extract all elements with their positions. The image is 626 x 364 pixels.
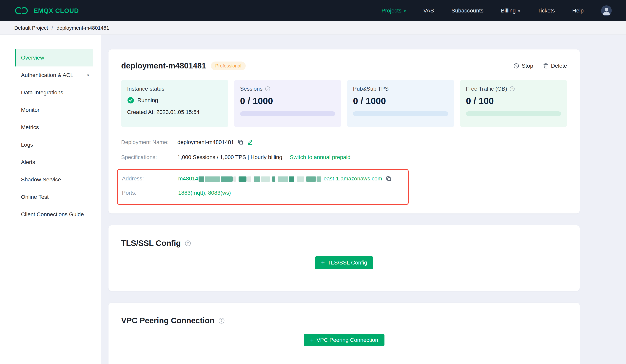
redacted-block (234, 177, 236, 182)
trash-icon (543, 63, 548, 69)
sidebar-item-overview[interactable]: Overview (15, 49, 93, 67)
pubsub-tps-box: Pub&Sub TPS 0 / 1000 (347, 80, 454, 127)
tps-progressbar (353, 111, 448, 116)
plus-icon: + (310, 337, 314, 343)
sidebar-item-client-connections-guide[interactable]: Client Connections Guide (15, 206, 93, 223)
brand-name: EMQX CLOUD (34, 7, 79, 14)
help-icon[interactable]: ? (265, 86, 271, 92)
help-icon[interactable]: ? (509, 86, 515, 92)
sidebar-item-shadow-service[interactable]: Shadow Service (15, 171, 93, 188)
nav-help-label: Help (572, 7, 584, 14)
sidebar: Overview Authentication & ACL ▾ Data Int… (0, 35, 101, 364)
switch-annual-prepaid-link[interactable]: Switch to annual prepaid (290, 154, 351, 160)
delete-button[interactable]: Delete (543, 63, 567, 69)
nav-menu: Projects ▾ VAS Subaccounts Billing ▾ Tic… (382, 5, 612, 16)
sidebar-item-label: Data Integrations (21, 89, 63, 96)
ports-value: 1883(mqtt), 8083(ws) (178, 190, 231, 196)
traffic-label: Free Traffic (GB) (466, 86, 507, 92)
vpc-section-title: VPC Peering Connection (121, 316, 214, 325)
breadcrumb: Default Project / deployment-m4801481 (0, 21, 626, 35)
help-icon[interactable]: ? (185, 240, 191, 247)
tls-button-label: TLS/SSL Config (327, 259, 367, 266)
emqx-logo-icon (14, 6, 29, 15)
chevron-down-icon: ▾ (518, 9, 520, 13)
stop-icon (513, 63, 519, 69)
chevron-down-icon: ▾ (87, 73, 89, 77)
address-value: m48014-east-1.amazonaws.com (178, 176, 382, 182)
svg-text:?: ? (221, 319, 223, 323)
sidebar-item-label: Shadow Service (21, 177, 61, 183)
redacted-block (205, 177, 220, 182)
breadcrumb-separator: / (52, 25, 53, 31)
nav-item-help[interactable]: Help (572, 7, 584, 14)
sessions-box: Sessions ? 0 / 1000 (234, 80, 341, 127)
traffic-progressbar (466, 111, 561, 116)
redacted-block (289, 177, 294, 182)
ports-label: Ports: (122, 190, 178, 196)
nav-item-projects[interactable]: Projects ▾ (382, 7, 406, 14)
sidebar-item-alerts[interactable]: Alerts (15, 153, 93, 171)
stop-label: Stop (522, 63, 533, 69)
user-avatar[interactable] (601, 5, 612, 16)
breadcrumb-project[interactable]: Default Project (14, 25, 48, 31)
add-tls-ssl-config-button[interactable]: + TLS/SSL Config (315, 256, 373, 269)
nav-item-subaccounts[interactable]: Subaccounts (451, 7, 483, 14)
tps-label: Pub&Sub TPS (353, 86, 389, 92)
redacted-block (261, 177, 270, 182)
sidebar-item-label: Metrics (21, 124, 39, 131)
top-navbar: EMQX CLOUD Projects ▾ VAS Subaccounts Bi… (0, 0, 626, 21)
address-label: Address: (122, 176, 178, 182)
edit-icon[interactable] (247, 139, 253, 145)
tls-section-title: TLS/SSL Config (121, 239, 181, 248)
specifications-value: 1,000 Sessions / 1,000 TPS | Hourly bill… (177, 154, 282, 160)
traffic-value: 0 / 100 (466, 96, 561, 106)
redacted-block (297, 177, 304, 182)
redacted-block (198, 177, 204, 182)
plan-badge: Professional (211, 62, 246, 70)
redacted-block (254, 177, 260, 182)
sidebar-item-data-integrations[interactable]: Data Integrations (15, 84, 93, 101)
breadcrumb-current: deployment-m4801481 (57, 25, 109, 31)
sessions-progressbar (240, 111, 335, 116)
copy-icon[interactable] (237, 139, 243, 145)
sidebar-item-logs[interactable]: Logs (15, 136, 93, 153)
tps-value: 0 / 1000 (353, 96, 448, 106)
redacted-block (272, 177, 275, 182)
main-content: deployment-m4801481 Professional Stop (101, 35, 626, 364)
annotation-highlight-box: Address: m48014-east-1.amazonaws.com (117, 169, 409, 205)
sidebar-item-label: Monitor (21, 107, 39, 113)
nav-vas-label: VAS (423, 7, 434, 14)
sidebar-item-online-test[interactable]: Online Test (15, 188, 93, 206)
sessions-value: 0 / 1000 (240, 96, 335, 106)
redacted-block (306, 177, 316, 182)
sidebar-item-monitor[interactable]: Monitor (15, 101, 93, 119)
avatar-icon (601, 5, 612, 16)
nav-item-billing[interactable]: Billing ▾ (501, 7, 520, 14)
delete-label: Delete (551, 63, 567, 69)
sessions-label: Sessions (240, 86, 263, 92)
sidebar-item-authentication-acl[interactable]: Authentication & ACL ▾ (15, 67, 93, 84)
nav-item-tickets[interactable]: Tickets (538, 7, 555, 14)
help-icon[interactable]: ? (218, 318, 225, 324)
sidebar-item-metrics[interactable]: Metrics (15, 119, 93, 136)
nav-billing-label: Billing (501, 7, 516, 14)
deployment-name-value: deployment-m4801481 (177, 139, 234, 146)
svg-text:?: ? (267, 87, 269, 90)
emqx-logo[interactable]: EMQX CLOUD (14, 6, 79, 15)
chevron-down-icon: ▾ (404, 9, 406, 13)
nav-subaccounts-label: Subaccounts (451, 7, 483, 14)
sidebar-item-label: Authentication & ACL (21, 72, 74, 78)
svg-text:?: ? (511, 87, 513, 90)
status-badge: Running (137, 97, 158, 104)
vpc-peering-card: VPC Peering Connection ? + VPC Peering C… (109, 303, 580, 364)
stop-button[interactable]: Stop (513, 63, 533, 69)
copy-icon[interactable] (386, 176, 391, 182)
instance-status-box: Instance status Running Created At: 2023… (121, 80, 228, 127)
sidebar-item-label: Overview (21, 55, 44, 61)
plus-icon: + (321, 259, 325, 266)
add-vpc-peering-button[interactable]: + VPC Peering Connection (304, 334, 385, 346)
nav-item-vas[interactable]: VAS (423, 7, 434, 14)
redacted-block (238, 177, 246, 182)
deployment-overview-card: deployment-m4801481 Professional Stop (109, 49, 580, 214)
tls-ssl-config-card: TLS/SSL Config ? + TLS/SSL Config (109, 225, 580, 291)
